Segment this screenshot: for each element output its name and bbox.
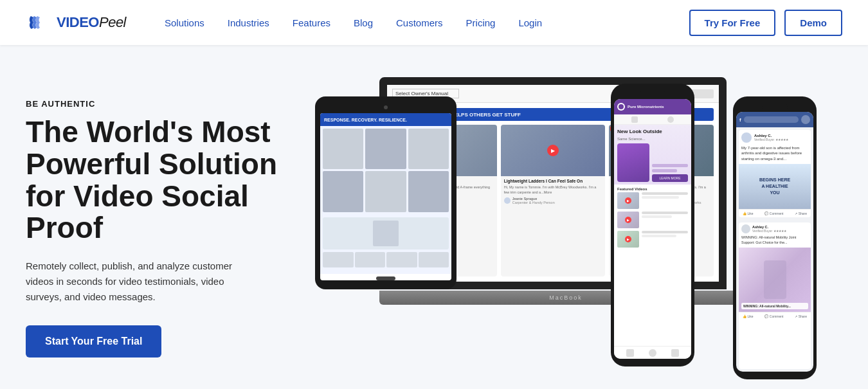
phone1-bottom-bar: [614, 346, 691, 359]
video-desc-line: [642, 235, 676, 237]
phone1-video-thumb: ▶: [617, 212, 639, 228]
tablet-thumb: [408, 129, 449, 169]
post2-overlay-text: WINNING: All-natural Mobility...: [743, 304, 806, 308]
facebook-post-1: Ashley C. Verified Buyer ★★★★★ My 7-year…: [739, 130, 811, 217]
nav-customers[interactable]: Customers: [396, 17, 443, 28]
tablet-header: RESPONSE. RECOVERY. RESILIENCE.: [320, 113, 451, 126]
tablet-thumb: [323, 129, 363, 169]
phone1-video-row: ▶: [617, 231, 688, 248]
king-card-title: Lightweight Ladders I Can Feel Safe On: [504, 179, 602, 184]
post-image-text: BEGINS HEREA HEALTHIEYOU: [759, 177, 790, 195]
video-title-line: [642, 192, 688, 195]
video-title-line: [642, 212, 688, 214]
cart-icon: [671, 349, 679, 357]
phone1-body: Pure Micronutrients New Look Outside Sam…: [611, 84, 694, 366]
tablet-thumb: [365, 129, 406, 169]
play-icon[interactable]: ▶: [625, 197, 631, 204]
fb-search-bar[interactable]: [744, 116, 799, 123]
play-icon[interactable]: ▶: [625, 236, 631, 242]
logo[interactable]: VIDEOPeel: [26, 10, 126, 35]
post2-meta: Verified Buyer ★★★★★: [752, 229, 786, 233]
nav-features[interactable]: Features: [293, 17, 330, 28]
phone1-video-info: [642, 231, 688, 237]
play-icon[interactable]: ▶: [625, 217, 631, 223]
tablet-bottom-row: [323, 252, 449, 267]
tablet-thumb: [323, 171, 363, 212]
phone1-brand-text: Pure Micronutrients: [628, 105, 664, 109]
device-tablet: RESPONSE. RECOVERY. RESILIENCE.: [315, 96, 457, 289]
user-icon: [649, 349, 656, 357]
post2-header: Ashley C. Verified Buyer ★★★★★: [739, 222, 811, 235]
post2-share-button[interactable]: ↗ Share: [795, 314, 807, 318]
like-button[interactable]: 👍 Like: [743, 212, 754, 215]
fb-messenger-icon[interactable]: [801, 115, 810, 124]
nav-pricing[interactable]: Pricing: [466, 17, 496, 28]
post-actions: 👍 Like 💬 Comment ↗ Share: [739, 209, 811, 217]
phone1-video-info: [642, 192, 688, 199]
play-button[interactable]: ▶: [547, 145, 559, 156]
tablet-thumb: [408, 171, 449, 212]
facebook-post-2: Ashley C. Verified Buyer ★★★★★ WINNING: …: [739, 222, 811, 369]
hero-section: BE AUTHENTIC The World's Most Powerful S…: [0, 45, 868, 389]
tablet-small-thumb: [386, 252, 417, 267]
hero-devices: RESPONSE. RECOVERY. RESILIENCE.: [315, 71, 842, 386]
post-avatar: [741, 132, 752, 143]
video-title-line: [642, 231, 688, 233]
phone2-content: f Ashley C. Verified Buyer ★★★★★: [736, 112, 813, 372]
video-desc-line: [642, 196, 679, 199]
king-card-desc: Hi, My name is Tommie. I'm with McBrey W…: [504, 185, 602, 194]
phone1-hero-subtitle: Same Science...: [617, 137, 688, 141]
post-text-content: My 7-year-old son is affected from arthr…: [739, 145, 811, 164]
phone1-learn-more-button[interactable]: LEARN MORE: [652, 174, 688, 182]
tablet-header-text: RESPONSE. RECOVERY. RESILIENCE.: [324, 118, 407, 122]
king-avatar: [504, 197, 511, 204]
king-author-name: Jeanie Sprague: [512, 197, 555, 201]
phone1-video-thumb: ▶: [617, 192, 639, 209]
king-card-author: Jeanie Sprague Carpenter & Handy Person: [504, 197, 602, 205]
hero-left: BE AUTHENTIC The World's Most Powerful S…: [26, 99, 302, 357]
tablet-feature-image: [323, 217, 449, 249]
tablet-main: [320, 126, 451, 274]
share-button[interactable]: ↗ Share: [795, 212, 807, 215]
nav-blog[interactable]: Blog: [354, 17, 373, 28]
king-card-info: Lightweight Ladders I Can Feel Safe On H…: [501, 176, 606, 276]
post-header: Ashley C. Verified Buyer ★★★★★: [739, 130, 811, 145]
device-phone1: Pure Micronutrients New Look Outside Sam…: [611, 84, 694, 366]
phone1-product-line: [652, 164, 688, 167]
phone1-video-thumb: ▶: [617, 231, 639, 248]
phone1-notch: [640, 91, 665, 96]
phone1-product-info: LEARN MORE: [652, 164, 688, 182]
post2-comment-button[interactable]: 💬 Comment: [764, 314, 783, 318]
nav-login[interactable]: Login: [518, 17, 542, 28]
king-author-role: Carpenter & Handy Person: [512, 201, 555, 205]
menu-icon: [631, 116, 638, 123]
king-thumb: ▶: [501, 125, 606, 176]
search-icon: [667, 116, 674, 123]
hero-eyebrow: BE AUTHENTIC: [26, 99, 302, 109]
demo-button[interactable]: Demo: [784, 10, 842, 36]
comment-button[interactable]: 💬 Comment: [764, 212, 783, 215]
try-free-button[interactable]: Try For Free: [689, 10, 776, 36]
laptop-base: [379, 291, 752, 305]
post2-like-button[interactable]: 👍 Like: [743, 314, 754, 318]
tablet-small-thumb: [323, 252, 354, 267]
home-icon: [626, 349, 634, 357]
post-image: BEGINS HEREA HEALTHIEYOU: [739, 164, 811, 209]
tablet-small-thumb: [355, 252, 386, 267]
post2-actions: 👍 Like 💬 Comment ↗ Share: [739, 312, 811, 320]
post2-image: WINNING: All-natural Mobility...: [739, 248, 811, 312]
phone2-header: f: [736, 112, 813, 127]
phone1-hero: New Look Outside Same Science... LEARN M…: [614, 125, 691, 185]
tablet-camera: [384, 105, 388, 109]
phone1-section-title: Featured Videos: [614, 185, 691, 192]
post-user-info: Ashley C. Verified Buyer ★★★★★: [754, 134, 788, 141]
tablet-thumb: [365, 171, 406, 212]
phone2-screen: f Ashley C. Verified Buyer ★★★★★: [736, 112, 813, 372]
nav-industries[interactable]: Industries: [228, 17, 269, 28]
nav-solutions[interactable]: Solutions: [165, 17, 204, 28]
king-video-card: ▶ Lightweight Ladders I Can Feel Safe On…: [501, 125, 606, 276]
post2-user-info: Ashley C. Verified Buyer ★★★★★: [752, 225, 786, 233]
phone1-screen: Pure Micronutrients New Look Outside Sam…: [614, 99, 691, 359]
start-trial-button[interactable]: Start Your Free Trial: [26, 325, 161, 357]
phone1-video-section: Featured Videos ▶: [614, 185, 691, 346]
